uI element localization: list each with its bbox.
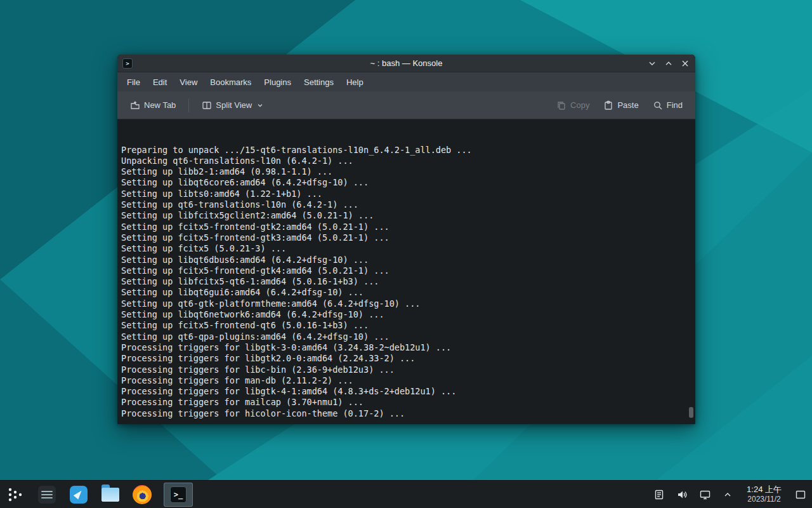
paste-icon bbox=[603, 100, 613, 110]
close-button[interactable] bbox=[680, 58, 690, 69]
terminal-line: Setting up libqt6dbus6:amd64 (6.4.2+dfsg… bbox=[121, 255, 686, 265]
window-title: ~ : bash — Konsole bbox=[117, 58, 695, 68]
volume-button[interactable] bbox=[676, 488, 688, 501]
terminal-line: Setting up fcitx5-frontend-gtk4:amd64 (5… bbox=[121, 265, 686, 276]
show-desktop-icon bbox=[795, 490, 806, 500]
menu-item-bookmarks[interactable]: Bookmarks bbox=[204, 75, 257, 90]
find-label: Find bbox=[667, 100, 683, 110]
menu-item-edit[interactable]: Edit bbox=[147, 75, 173, 90]
copy-icon bbox=[556, 100, 566, 110]
minimize-button[interactable] bbox=[647, 58, 657, 69]
split-view-label: Split View bbox=[216, 100, 252, 110]
terminal-line: Setting up libb2-1:amd64 (0.98.1-1.1) ..… bbox=[121, 166, 686, 177]
clock[interactable]: 1:24 上午 2023/11/2 bbox=[744, 485, 784, 504]
terminal-line: Setting up fcitx5 (5.0.21-3) ... bbox=[121, 243, 686, 254]
toolbar-separator bbox=[188, 98, 189, 112]
folder-icon bbox=[102, 488, 119, 502]
window-list-icon bbox=[38, 486, 56, 504]
konsole-window: > ~ : bash — Konsole FileEditViewBookmar… bbox=[117, 55, 695, 424]
terminal-line: Setting up libqt6core6:amd64 (6.4.2+dfsg… bbox=[121, 177, 686, 188]
terminal-line: Setting up fcitx5-frontend-gtk2:amd64 (5… bbox=[121, 222, 686, 232]
notifications-button[interactable] bbox=[653, 488, 665, 501]
titlebar[interactable]: > ~ : bash — Konsole bbox=[117, 55, 695, 72]
konsole-task-icon: >_ bbox=[170, 486, 187, 503]
chevron-up-icon bbox=[723, 490, 732, 499]
chevron-down-icon bbox=[257, 102, 263, 109]
expand-tray-button[interactable] bbox=[721, 488, 734, 501]
volume-icon bbox=[676, 489, 688, 500]
menu-item-settings[interactable]: Settings bbox=[298, 75, 339, 90]
split-view-icon bbox=[202, 100, 212, 110]
new-tab-icon bbox=[130, 100, 140, 110]
toolbar: New Tab Split View Copy Paste bbox=[117, 91, 695, 119]
show-desktop-button[interactable] bbox=[794, 488, 807, 501]
search-icon bbox=[653, 100, 663, 110]
menubar: FileEditViewBookmarksPluginsSettingsHelp bbox=[117, 72, 695, 91]
terminal-line: Setting up fcitx5-frontend-qt6 (5.0.16-1… bbox=[121, 320, 686, 331]
find-button[interactable]: Find bbox=[648, 97, 688, 114]
task-konsole[interactable]: >_ bbox=[164, 483, 193, 507]
terminal-line: Processing triggers for man-db (2.11.2-2… bbox=[121, 375, 686, 386]
copy-button[interactable]: Copy bbox=[551, 97, 594, 114]
terminal-line: Processing triggers for libgtk-4-1:amd64… bbox=[121, 386, 686, 397]
terminal-line: Processing triggers for libgtk-3-0:amd64… bbox=[121, 342, 686, 353]
terminal-line: Setting up libts0:amd64 (1.22-1+b1) ... bbox=[121, 189, 686, 199]
terminal-line: Setting up libfcitx5gclient2:amd64 (5.0.… bbox=[121, 210, 686, 221]
new-tab-label: New Tab bbox=[144, 100, 176, 110]
terminal-line: Unpacking qt6-translations-l10n (6.4.2-1… bbox=[121, 156, 686, 166]
window-list-button[interactable] bbox=[37, 485, 57, 505]
maximize-button[interactable] bbox=[664, 58, 674, 69]
terminal-line: Processing triggers for hicolor-icon-the… bbox=[121, 408, 686, 419]
split-view-button[interactable]: Split View bbox=[197, 97, 268, 114]
menu-item-file[interactable]: File bbox=[121, 75, 146, 90]
menu-item-plugins[interactable]: Plugins bbox=[258, 75, 297, 90]
notifications-icon bbox=[653, 489, 665, 500]
firefox-icon bbox=[133, 485, 152, 504]
terminal-line: Processing triggers for libc-bin (2.36-9… bbox=[121, 364, 686, 375]
terminal-line: Setting up qt6-gtk-platformtheme:amd64 (… bbox=[121, 298, 686, 309]
new-tab-button[interactable]: New Tab bbox=[125, 97, 181, 114]
terminal-line: Preparing to unpack .../15-qt6-translati… bbox=[121, 145, 686, 156]
chevron-down-icon bbox=[648, 60, 656, 67]
firefox-button[interactable] bbox=[132, 485, 152, 505]
konsole-app-icon: > bbox=[122, 58, 133, 69]
discover-button[interactable] bbox=[69, 485, 89, 505]
display-icon bbox=[699, 489, 711, 500]
terminal-line: Setting up libqt6gui6:amd64 (6.4.2+dfsg-… bbox=[121, 287, 686, 298]
terminal-line: Setting up qt6-qpa-plugins:amd64 (6.4.2+… bbox=[121, 331, 686, 342]
menu-item-help[interactable]: Help bbox=[341, 75, 369, 90]
app-launcher-icon bbox=[7, 486, 23, 503]
app-launcher-button[interactable] bbox=[5, 485, 25, 505]
taskbar: >_ 1:24 上午 2023/11/2 bbox=[0, 480, 812, 508]
terminal-output[interactable]: Preparing to unpack .../15-qt6-translati… bbox=[117, 119, 695, 424]
terminal-scrollbar[interactable] bbox=[689, 407, 693, 418]
clock-time: 1:24 上午 bbox=[747, 485, 782, 495]
paste-label: Paste bbox=[617, 100, 638, 110]
menu-item-view[interactable]: View bbox=[174, 75, 203, 90]
terminal-line: Setting up fcitx5-frontend-gtk3:amd64 (5… bbox=[121, 232, 686, 243]
terminal-line: Setting up qt6-translations-l10n (6.4.2-… bbox=[121, 199, 686, 210]
terminal-line: Processing triggers for libgtk2.0-0:amd6… bbox=[121, 353, 686, 364]
clock-date: 2023/11/2 bbox=[747, 495, 782, 504]
close-icon bbox=[681, 60, 689, 67]
terminal-line: Processing triggers for mailcap (3.70+nm… bbox=[121, 397, 686, 408]
display-button[interactable] bbox=[698, 488, 711, 501]
file-manager-button[interactable] bbox=[100, 485, 121, 505]
terminal-line: Setting up libfcitx5-qt6-1:amd64 (5.0.16… bbox=[121, 276, 686, 287]
discover-icon bbox=[70, 486, 88, 504]
copy-label: Copy bbox=[570, 100, 589, 110]
chevron-up-icon bbox=[665, 60, 672, 67]
terminal-line: Setting up libqt6network6:amd64 (6.4.2+d… bbox=[121, 309, 686, 320]
system-tray: 1:24 上午 2023/11/2 bbox=[653, 485, 807, 504]
paste-button[interactable]: Paste bbox=[598, 97, 643, 114]
terminal-lines: Preparing to unpack .../15-qt6-translati… bbox=[121, 145, 686, 419]
